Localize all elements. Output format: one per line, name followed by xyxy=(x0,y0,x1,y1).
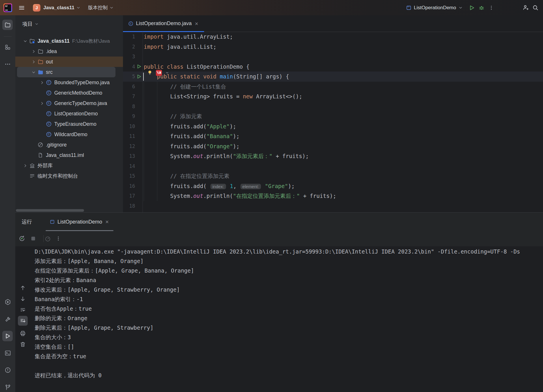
sidebar-item-problems[interactable] xyxy=(4,366,12,374)
class-icon: C xyxy=(45,100,52,107)
intention-bulb-icon[interactable] xyxy=(147,70,152,76)
debug-button[interactable] xyxy=(477,3,486,13)
run-line-icon[interactable] xyxy=(136,74,142,79)
project-badge[interactable]: J xyxy=(33,4,40,12)
tree-item-java-class11[interactable]: Java_class11F:\Java教材\Java xyxy=(15,36,123,46)
code-line[interactable]: import java.util.ArrayList; xyxy=(144,32,336,42)
code-line[interactable]: fruits.add("Apple"); xyxy=(144,121,336,132)
terminal-icon xyxy=(4,350,11,357)
code-line[interactable] xyxy=(144,201,336,211)
code-line[interactable]: public class ListOperationDemo { xyxy=(144,62,336,72)
tree-item-label: GenericMethodDemo xyxy=(54,90,102,96)
chevron-right-icon[interactable] xyxy=(38,79,45,86)
code-line[interactable]: // 创建一个List集合 xyxy=(144,82,336,92)
console-line: 在指定位置添加元素后：[Apple, Grape, Banana, Orange… xyxy=(35,266,543,275)
git-branch-icon xyxy=(4,384,11,391)
tree-item-java-class11-iml[interactable]: Java_class11.iml xyxy=(15,150,123,160)
project-selector[interactable]: Java_class11 xyxy=(43,5,74,11)
chevron-down-icon[interactable] xyxy=(30,69,37,76)
sidebar-item-services[interactable] xyxy=(4,298,12,306)
sidebar-item-build[interactable] xyxy=(4,315,12,323)
code-line[interactable]: // 添加元素 xyxy=(144,111,336,121)
code-line[interactable] xyxy=(144,161,336,171)
code-line[interactable]: System.out.println("在指定位置添加元素后：" + fruit… xyxy=(144,191,336,201)
code-line[interactable]: fruits.add("Banana"); xyxy=(144,131,336,141)
tree-item-gitignore[interactable]: .gitignore xyxy=(15,140,123,150)
search-everywhere-button[interactable] xyxy=(530,3,540,13)
tree-item-boundedtypedemo-java[interactable]: CBoundedTypeDemo.java xyxy=(15,77,123,88)
gutter-row: 17 xyxy=(123,191,143,201)
tree-item-out[interactable]: out xyxy=(15,57,123,67)
code-line[interactable]: System.out.println("添加元素后：" + fruits); xyxy=(144,151,336,161)
code-line[interactable]: import java.util.List; xyxy=(144,42,336,52)
arrow-up-icon[interactable] xyxy=(19,284,26,291)
code-line[interactable] xyxy=(144,102,336,112)
sidebar-item-git[interactable] xyxy=(4,383,12,391)
chevron-right-icon[interactable] xyxy=(30,58,37,65)
gutter-row: 3 xyxy=(123,52,143,62)
run-line-icon[interactable] xyxy=(136,64,142,70)
code-line[interactable]: fruits.add("Orange"); xyxy=(144,141,336,151)
chevron-down-icon xyxy=(76,5,81,10)
tree-item-idea[interactable]: .idea xyxy=(15,46,123,57)
code-line[interactable]: fruits.add( index: 1, element: "Grape"); xyxy=(144,181,336,191)
tree-item-listoperationdemo[interactable]: CListOperationDemo xyxy=(15,108,123,119)
trash-icon[interactable] xyxy=(19,341,26,348)
code-with-me-user-plus-button[interactable] xyxy=(520,3,530,13)
sidebar-item-run[interactable] xyxy=(2,331,13,341)
horizontal-scrollbar[interactable] xyxy=(16,209,84,212)
vcs-widget[interactable]: 版本控制 xyxy=(88,4,108,11)
tree-item-src[interactable]: src xyxy=(15,67,123,77)
code-line[interactable]: List<String> fruits = new ArrayList<>(); xyxy=(144,91,336,102)
chevron-right-icon[interactable] xyxy=(30,48,37,55)
editor-tab-active[interactable]: C ListOperationDemo.java × xyxy=(123,15,204,32)
editor-code: import java.util.ArrayList;import java.u… xyxy=(144,32,336,211)
soft-wrap-icon[interactable] xyxy=(19,306,26,313)
rerun-button[interactable] xyxy=(18,235,25,242)
code-line[interactable] xyxy=(144,52,336,62)
printer-icon[interactable] xyxy=(19,330,26,337)
console-output[interactable]: D:\IDEA\JDK\bin\java.exe "-javaagent:D:\… xyxy=(35,246,543,392)
arrow-down-icon[interactable] xyxy=(19,295,26,302)
project-panel-header[interactable]: 项目 xyxy=(22,15,39,33)
folder-icon xyxy=(37,48,44,55)
tree-item-path: F:\Java教材\Java xyxy=(72,38,110,44)
sidebar-item-project[interactable] xyxy=(2,20,13,30)
line-number: 7 xyxy=(123,93,135,99)
text-caret xyxy=(143,73,144,81)
close-icon[interactable]: × xyxy=(194,21,199,27)
scroll-to-end-button-active[interactable] xyxy=(18,316,28,326)
line-number: 4 xyxy=(123,64,135,70)
tree-item-label: 临时文件和控制台 xyxy=(38,172,78,179)
more-actions-button[interactable] xyxy=(486,3,496,13)
stop-button[interactable] xyxy=(30,235,37,242)
run-configuration-selector[interactable]: ListOperationDemo xyxy=(406,5,463,11)
kebab-menu-icon[interactable] xyxy=(55,235,62,242)
ignored-icon xyxy=(37,141,44,148)
tree-item-临时文件和控制台[interactable]: 临时文件和控制台 xyxy=(15,171,123,181)
tree-item-genericmethoddemo[interactable]: CGenericMethodDemo xyxy=(15,88,123,98)
sidebar-item-structure[interactable] xyxy=(4,43,12,51)
chevron-down-icon[interactable] xyxy=(165,71,169,74)
sidebar-item-more-tools[interactable] xyxy=(4,60,12,68)
line-number: 16 xyxy=(123,183,135,189)
chevron-right-icon[interactable] xyxy=(22,162,29,169)
run-tab-active[interactable]: ListOperationDemo × xyxy=(46,213,113,231)
profiler-gauge-button[interactable] xyxy=(44,235,51,242)
close-icon[interactable]: × xyxy=(105,219,109,225)
editor-tab-title: ListOperationDemo.java xyxy=(136,20,192,27)
tree-item-typeerasuredemo[interactable]: CTypeErasureDemo xyxy=(15,119,123,129)
run-button[interactable] xyxy=(467,3,477,13)
hamburger-menu-icon[interactable] xyxy=(17,3,27,13)
chevron-down-icon[interactable] xyxy=(22,37,29,44)
code-area[interactable]: 123456789101112131415161718 import java.… xyxy=(123,32,543,212)
chevron-right-icon[interactable] xyxy=(38,100,45,107)
tree-item-外部库[interactable]: 外部库 xyxy=(15,160,123,171)
tree-item-generictypedemo-java[interactable]: CGenericTypeDemo.java xyxy=(15,98,123,108)
plugin-badge-icon[interactable]: 飞算 xyxy=(156,70,162,76)
sidebar-item-terminal[interactable] xyxy=(4,349,12,357)
code-line[interactable]: public static void main(String[] args) { xyxy=(144,72,336,82)
gutter-row: 2 xyxy=(123,42,143,52)
code-line[interactable]: // 在指定位置添加元素 xyxy=(144,171,336,181)
tree-item-wildcarddemo[interactable]: CWildcardDemo xyxy=(15,129,123,140)
